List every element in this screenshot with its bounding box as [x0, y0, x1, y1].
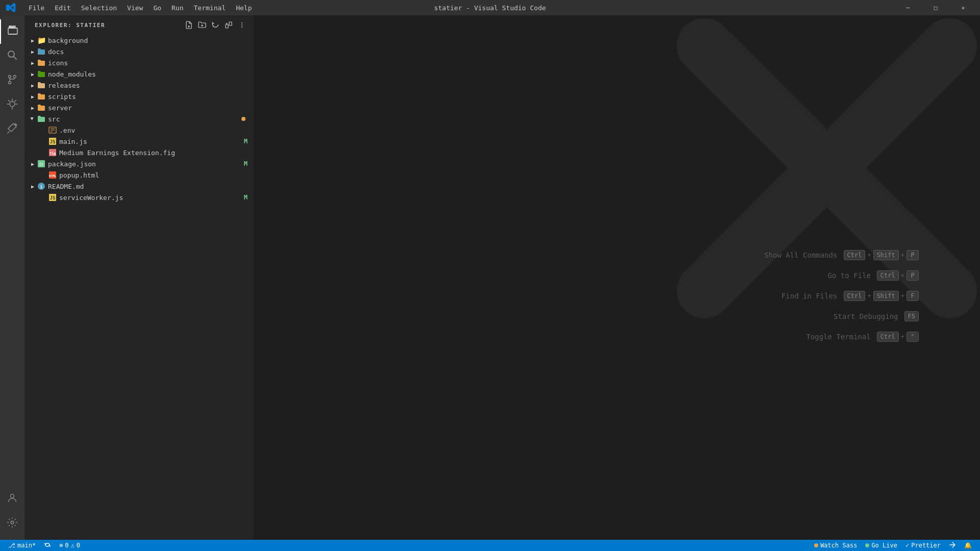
vscode-logo: [5, 2, 16, 13]
menu-view[interactable]: View: [123, 3, 147, 13]
tree-item-releases[interactable]: ▶ releases: [24, 80, 254, 91]
tree-item-env[interactable]: ▶ .env: [24, 124, 254, 136]
fig-file-icon: fig: [48, 148, 57, 157]
svg-point-4: [9, 81, 11, 84]
go-live-status[interactable]: Go Live: [861, 540, 901, 551]
collapse-all-button[interactable]: [223, 19, 234, 31]
tree-item-package-json[interactable]: ▶ {} package.json M: [24, 158, 254, 169]
key-f: F: [906, 291, 919, 301]
svg-rect-15: [226, 24, 228, 28]
tree-item-node-modules[interactable]: ▶ node_modules: [24, 68, 254, 80]
go-live-icon: [865, 543, 869, 547]
activity-settings[interactable]: [0, 511, 24, 536]
shortcut-keys: Ctrl + Shift + F: [844, 291, 919, 301]
warning-icon: ⚠: [71, 542, 75, 549]
menu-edit[interactable]: Edit: [51, 3, 75, 13]
watch-sass-status[interactable]: Watch Sass: [810, 540, 861, 551]
remote-icon: [949, 541, 956, 550]
key-plus: +: [867, 292, 871, 299]
error-count: 0: [65, 542, 68, 549]
chevron-right-icon: ▶: [29, 81, 37, 89]
key-ctrl: Ctrl: [877, 270, 899, 281]
chevron-right-icon: ▶: [29, 47, 37, 56]
menu-file[interactable]: File: [24, 3, 48, 13]
modified-badge: M: [244, 194, 248, 201]
main-container: EXPLORER: STATIER: [0, 15, 980, 540]
shortcut-show-commands: Show All Commands Ctrl + Shift + P: [764, 250, 919, 260]
tree-item-main-js[interactable]: ▶ JS main.js M: [24, 136, 254, 147]
shortcut-go-to-file: Go to File Ctrl + P: [764, 270, 919, 281]
shortcuts-overlay: Show All Commands Ctrl + Shift + P Go to…: [764, 250, 919, 342]
menu-bar: File Edit Selection View Go Run Terminal…: [24, 3, 256, 13]
new-file-button[interactable]: [183, 19, 194, 31]
svg-text:fig: fig: [50, 152, 56, 156]
tree-label: docs: [48, 48, 254, 56]
close-button[interactable]: ✕: [951, 0, 975, 15]
js-file-icon: JS: [48, 193, 57, 202]
activity-debug[interactable]: [0, 93, 24, 117]
tree-label: main.js: [59, 138, 244, 145]
tree-label: Medium Earnings Extension.fig: [59, 149, 254, 157]
more-actions-button[interactable]: [236, 19, 248, 31]
debug-icon: [6, 98, 18, 113]
maximize-button[interactable]: □: [924, 0, 947, 15]
tree-item-popup-html[interactable]: ▶ HTML popup.html: [24, 169, 254, 181]
prettier-check-icon: ✓: [905, 542, 909, 549]
svg-point-21: [241, 27, 242, 28]
error-icon: ⊗: [59, 542, 63, 549]
new-folder-button[interactable]: [197, 19, 208, 31]
tree-item-fig[interactable]: ▶ fig Medium Earnings Extension.fig: [24, 147, 254, 158]
refresh-button[interactable]: [210, 19, 221, 31]
branch-name: main*: [17, 542, 36, 549]
shortcut-label: Go to File: [828, 271, 871, 280]
menu-run[interactable]: Run: [167, 3, 187, 13]
tree-label: server: [48, 104, 254, 112]
sidebar-title: EXPLORER: STATIER: [35, 22, 105, 29]
key-ctrl: Ctrl: [844, 291, 866, 301]
json-file-icon: {}: [37, 159, 46, 168]
chevron-right-icon: ▶: [29, 36, 37, 44]
key-f5: F5: [904, 311, 919, 321]
minimize-button[interactable]: ─: [896, 0, 920, 15]
activity-source-control[interactable]: [0, 68, 24, 93]
tree-label: .env: [59, 127, 254, 134]
tree-item-readme[interactable]: ▶ i README.md: [24, 181, 254, 192]
activity-search[interactable]: [0, 44, 24, 68]
activity-account[interactable]: [0, 487, 24, 511]
activity-extensions[interactable]: [0, 117, 24, 142]
key-ctrl: Ctrl: [877, 332, 899, 342]
prettier-status[interactable]: ✓ Prettier: [901, 540, 945, 551]
status-bar-left: ⎇ main* ⊗ 0 ⚠ 0: [4, 540, 84, 551]
menu-terminal[interactable]: Terminal: [190, 3, 230, 13]
menu-help[interactable]: Help: [232, 3, 256, 13]
menu-selection[interactable]: Selection: [77, 3, 121, 13]
chevron-right-icon: ▶: [29, 70, 37, 78]
activity-bar-bottom: [0, 487, 24, 540]
chevron-right-icon: ▶: [29, 92, 37, 101]
tree-item-background[interactable]: ▶ 📁 background: [24, 35, 254, 46]
folder-icon: [37, 103, 46, 112]
folder-icon: [37, 81, 46, 90]
tree-item-server[interactable]: ▶ server: [24, 102, 254, 113]
key-plus: +: [901, 252, 904, 259]
errors-status[interactable]: ⊗ 0 ⚠ 0: [55, 540, 84, 551]
tree-label: node_modules: [48, 70, 254, 78]
activity-explorer[interactable]: [0, 19, 24, 44]
svg-point-10: [11, 521, 14, 524]
menu-go[interactable]: Go: [149, 3, 165, 13]
shortcut-keys: Ctrl + P: [877, 270, 919, 281]
remote-status[interactable]: [945, 540, 960, 551]
tree-item-docs[interactable]: ▶ docs: [24, 46, 254, 57]
notifications-status[interactable]: 🔔: [960, 540, 976, 551]
svg-point-9: [10, 494, 14, 497]
tree-label: icons: [48, 59, 254, 67]
title-bar: File Edit Selection View Go Run Terminal…: [0, 0, 980, 15]
sync-status[interactable]: [40, 540, 55, 551]
shortcut-label: Show All Commands: [764, 251, 837, 259]
tree-item-scripts[interactable]: ▶ scripts: [24, 91, 254, 102]
git-branch-status[interactable]: ⎇ main*: [4, 540, 40, 551]
tree-item-service-worker[interactable]: ▶ JS serviceWorker.js M: [24, 192, 254, 203]
tree-item-icons[interactable]: ▶ icons: [24, 57, 254, 68]
git-branch-icon: ⎇: [8, 542, 15, 549]
tree-item-src[interactable]: ▶ src: [24, 113, 254, 124]
